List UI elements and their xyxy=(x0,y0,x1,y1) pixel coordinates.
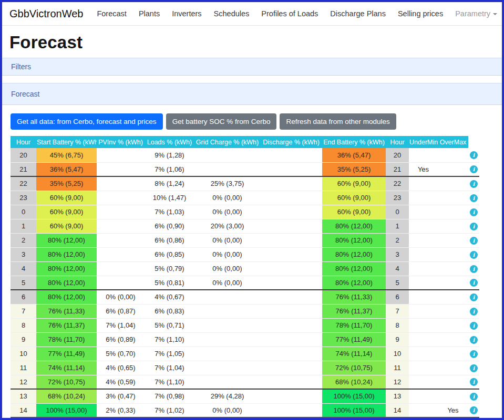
start-battery-cell: 76% (11,33) xyxy=(36,304,97,318)
info-icon[interactable]: i xyxy=(470,406,478,414)
nav-item-discharge-plans[interactable]: Discharge Plans xyxy=(330,9,386,18)
nav-item-selling-prices[interactable]: Selling prices xyxy=(398,9,443,18)
info-icon[interactable]: i xyxy=(470,364,478,372)
filters-panel-header[interactable]: Filters xyxy=(2,58,502,76)
grid-charge-cell xyxy=(194,304,260,318)
undermin-cell xyxy=(409,332,438,346)
info-icon[interactable]: i xyxy=(470,180,478,188)
hour-cell: 20 xyxy=(11,148,36,162)
pvinv-cell: 4% (0,65) xyxy=(97,361,145,375)
grid-charge-cell xyxy=(194,162,260,176)
end-battery-cell: 78% (11,70) xyxy=(322,318,386,332)
undermin-cell xyxy=(409,176,438,191)
hour-cell: 0 xyxy=(11,205,36,219)
info-icon[interactable]: i xyxy=(470,265,478,273)
hour-cell: 9 xyxy=(11,332,36,346)
overmax-cell xyxy=(438,318,468,332)
top-navbar: GbbVictronWeb Forecast Plants Inverters … xyxy=(2,2,502,26)
info-icon[interactable]: i xyxy=(470,293,478,301)
table-row: 2360% (9,00)10% (1,47)0% (0,00)60% (9,00… xyxy=(11,191,479,205)
info-cell: i xyxy=(468,276,479,290)
end-battery-cell: 80% (12,00) xyxy=(322,233,386,247)
nav-item-inverters[interactable]: Inverters xyxy=(172,9,201,18)
table-row: 280% (12,00)6% (0,86)0% (0,00)80% (12,00… xyxy=(11,233,479,247)
hour-cell-right: 12 xyxy=(386,375,409,389)
nav-item-schedules[interactable]: Schedules xyxy=(214,9,250,18)
pvinv-cell: 7% (1,04) xyxy=(97,318,145,332)
get-battery-soc-button[interactable]: Get battery SOC % from Cerbo xyxy=(166,113,277,130)
undermin-cell xyxy=(409,247,438,261)
end-battery-cell: 68% (10,24) xyxy=(322,375,386,389)
pvinv-cell: 6% (0,87) xyxy=(97,304,145,318)
info-icon[interactable]: i xyxy=(470,322,478,330)
info-icon[interactable]: i xyxy=(470,350,478,358)
hour-cell-right: 0 xyxy=(386,205,409,219)
info-icon[interactable]: i xyxy=(470,251,478,259)
undermin-cell xyxy=(409,276,438,290)
get-all-data-button[interactable]: Get all data: from Cerbo, forecast and p… xyxy=(11,113,163,130)
nav-item-parametry-dropdown[interactable]: Parametry xyxy=(455,9,497,18)
nav-item-profiles-of-loads[interactable]: Profiles of Loads xyxy=(261,9,318,18)
hour-cell-right: 21 xyxy=(386,162,409,176)
discharge-cell xyxy=(260,233,322,247)
grid-charge-cell xyxy=(194,346,260,361)
start-battery-cell: 80% (12,00) xyxy=(36,276,97,290)
loads-cell: 6% (0,85) xyxy=(145,247,194,261)
info-cell: i xyxy=(468,247,479,261)
table-row: 776% (11,33)6% (0,87)6% (0,83)76% (11,37… xyxy=(11,304,479,318)
hour-cell-right: 10 xyxy=(386,346,409,361)
col-header-start-battery: Start Battery % (kWh) xyxy=(36,136,97,148)
col-header-overmax: OverMax xyxy=(438,136,468,148)
grid-charge-cell: 0% (0,00) xyxy=(194,247,260,261)
hour-cell: 10 xyxy=(11,346,36,361)
grid-charge-cell: 0% (0,00) xyxy=(194,276,260,290)
loads-cell: 7% (1,06) xyxy=(145,162,194,176)
nav-item-forecast[interactable]: Forecast xyxy=(97,9,126,18)
info-icon[interactable]: i xyxy=(470,378,478,386)
hour-cell-right: 13 xyxy=(386,389,409,403)
info-icon[interactable]: i xyxy=(470,223,478,230)
brand[interactable]: GbbVictronWeb xyxy=(9,8,83,20)
pvinv-cell: 3% (0,47) xyxy=(97,389,145,403)
forecast-panel-header[interactable]: Forecast xyxy=(2,83,502,105)
undermin-cell xyxy=(409,403,438,417)
info-icon[interactable]: i xyxy=(470,151,478,159)
loads-cell: 7% (1,05) xyxy=(145,346,194,361)
hour-cell: 23 xyxy=(11,191,36,205)
info-icon[interactable]: i xyxy=(470,208,478,216)
info-icon[interactable]: i xyxy=(470,194,478,202)
hour-cell-right: 9 xyxy=(386,332,409,346)
hour-cell: 21 xyxy=(11,162,36,176)
info-cell: i xyxy=(468,361,479,375)
info-icon[interactable]: i xyxy=(470,308,478,316)
info-cell: i xyxy=(468,389,479,403)
discharge-cell xyxy=(260,318,322,332)
hour-cell-right: 4 xyxy=(386,261,409,276)
info-icon[interactable]: i xyxy=(470,393,478,401)
undermin-cell xyxy=(409,233,438,247)
info-icon[interactable]: i xyxy=(470,336,478,344)
overmax-cell xyxy=(438,261,468,276)
overmax-cell xyxy=(438,375,468,389)
end-battery-cell: 80% (12,00) xyxy=(322,261,386,276)
table-row: 2235% (5,25)8% (1,24)25% (3,75)60% (9,00… xyxy=(11,176,479,191)
info-cell: i xyxy=(468,162,479,176)
nav-item-plants[interactable]: Plants xyxy=(139,9,160,18)
overmax-cell xyxy=(438,361,468,375)
info-icon[interactable]: i xyxy=(470,165,478,173)
info-cell: i xyxy=(468,346,479,361)
forecast-panel-body: Get all data: from Cerbo, forecast and p… xyxy=(2,105,502,418)
info-icon[interactable]: i xyxy=(470,237,478,245)
info-cell: i xyxy=(468,176,479,191)
pvinv-cell xyxy=(97,261,145,276)
hour-cell-right: 11 xyxy=(386,361,409,375)
info-icon[interactable]: i xyxy=(470,279,478,287)
grid-charge-cell: 29% (4,28) xyxy=(194,389,260,403)
hour-cell: 6 xyxy=(11,290,36,304)
table-row: 1368% (10,24)3% (0,47)7% (0,98)29% (4,28… xyxy=(11,389,479,403)
info-cell: i xyxy=(468,219,479,233)
end-battery-cell: 80% (12,00) xyxy=(322,247,386,261)
overmax-cell xyxy=(438,332,468,346)
loads-cell: 9% (1,28) xyxy=(145,148,194,162)
refresh-data-button[interactable]: Refresh data from other modules xyxy=(280,113,396,130)
